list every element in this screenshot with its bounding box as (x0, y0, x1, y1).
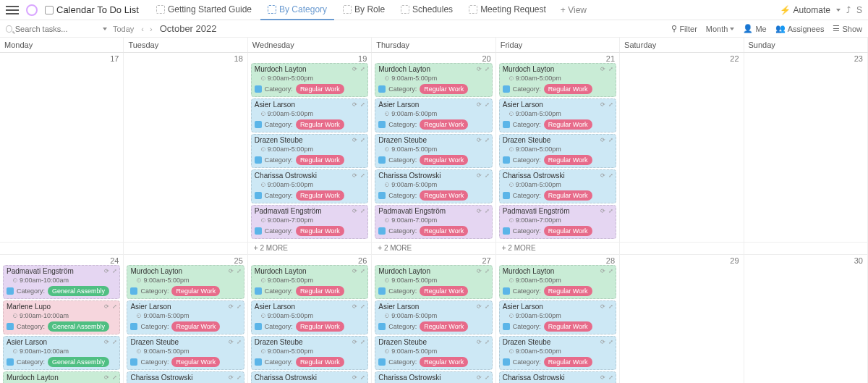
category-pill[interactable]: Regular Work (296, 286, 344, 296)
more-events-button[interactable]: + 2 MORE (373, 243, 493, 253)
category-pill[interactable]: Regular Work (420, 321, 468, 332)
category-pill[interactable]: General Assembly (48, 357, 109, 367)
expand-icon[interactable]: ⤢ (608, 374, 613, 382)
expand-icon[interactable]: ⤢ (360, 136, 365, 145)
today-button[interactable]: Today (113, 25, 134, 33)
calendar-event[interactable]: ⟳⤢Marlene Lupo9:00am-10:00amCategory:Gen… (3, 300, 120, 334)
category-pill[interactable]: Regular Work (544, 190, 592, 201)
calendar-event[interactable]: ⟳⤢Charissa Ostrowski9:00am-5:00pmCategor… (499, 169, 616, 203)
expand-icon[interactable]: ⤢ (608, 303, 613, 311)
calendar-event[interactable]: ⟳⤢Murdoch Layton9:00am-10:00amCategory:G… (3, 371, 120, 383)
expand-icon[interactable]: ⤢ (237, 303, 242, 311)
expand-icon[interactable]: ⤢ (360, 303, 365, 311)
calendar-event[interactable]: ⟳⤢Murdoch Layton9:00am-5:00pmCategory:Re… (375, 265, 492, 299)
tab-by-category[interactable]: By Category (260, 0, 334, 20)
calendar-event[interactable]: ⟳⤢Asier Larson9:00am-5:00pmCategory:Regu… (499, 98, 616, 132)
category-pill[interactable]: Regular Work (544, 155, 592, 165)
category-pill[interactable]: Regular Work (296, 226, 344, 236)
calendar-event[interactable]: ⟳⤢Drazen Steube9:00am-5:00pmCategory:Reg… (127, 336, 244, 370)
expand-icon[interactable]: ⤢ (360, 101, 365, 109)
day-cell[interactable]: 30 (744, 255, 868, 383)
day-cell[interactable]: 25⟳⤢Murdoch Layton9:00am-5:00pmCategory:… (124, 255, 247, 383)
category-pill[interactable]: Regular Work (296, 190, 344, 201)
expand-icon[interactable]: ⤢ (112, 303, 117, 311)
day-cell[interactable]: 17 (0, 53, 124, 242)
expand-icon[interactable]: ⤢ (485, 136, 490, 145)
calendar-event[interactable]: ⟳⤢Murdoch Layton9:00am-5:00pmCategory:Re… (375, 63, 492, 97)
day-cell[interactable]: 27⟳⤢Murdoch Layton9:00am-5:00pmCategory:… (372, 255, 495, 383)
day-cell[interactable]: 19⟳⤢Murdoch Layton9:00am-5:00pmCategory:… (248, 53, 372, 242)
category-pill[interactable]: Regular Work (544, 119, 592, 130)
expand-icon[interactable]: ⤢ (608, 65, 613, 74)
category-pill[interactable]: Regular Work (544, 357, 592, 367)
hamburger-menu-icon[interactable] (6, 6, 19, 14)
calendar-event[interactable]: ⟳⤢Charissa Ostrowski9:00am-5:00pmCategor… (127, 371, 244, 383)
calendar-event[interactable]: ⟳⤢Drazen Steube9:00am-5:00pmCategory:Reg… (251, 134, 368, 168)
calendar-event[interactable]: ⟳⤢Drazen Steube9:00am-5:00pmCategory:Reg… (375, 336, 492, 370)
category-pill[interactable]: Regular Work (171, 286, 220, 296)
category-pill[interactable]: Regular Work (420, 155, 468, 165)
calendar-event[interactable]: ⟳⤢Padmavati Engström9:00am-7:00pmCategor… (251, 205, 368, 239)
expand-icon[interactable]: ⤢ (485, 207, 490, 216)
category-pill[interactable]: Regular Work (420, 357, 468, 367)
category-pill[interactable]: Regular Work (420, 119, 468, 130)
expand-icon[interactable]: ⤢ (485, 172, 490, 180)
calendar-event[interactable]: ⟳⤢Murdoch Layton9:00am-5:00pmCategory:Re… (127, 265, 244, 299)
expand-icon[interactable]: ⤢ (360, 338, 365, 347)
tab-by-role[interactable]: By Role (336, 0, 392, 20)
expand-icon[interactable]: ⤢ (237, 338, 242, 347)
expand-icon[interactable]: ⤢ (608, 267, 613, 276)
category-pill[interactable]: Regular Work (171, 321, 220, 332)
calendar-event[interactable]: ⟳⤢Asier Larson9:00am-5:00pmCategory:Regu… (127, 300, 244, 334)
expand-icon[interactable]: ⤢ (608, 101, 613, 109)
calendar-event[interactable]: ⟳⤢Padmavati Engström9:00am-7:00pmCategor… (499, 205, 616, 239)
day-cell[interactable]: 23 (744, 53, 868, 242)
calendar-event[interactable]: ⟳⤢Murdoch Layton9:00am-5:00pmCategory:Re… (499, 265, 616, 299)
automate-dropdown-icon[interactable] (836, 9, 841, 12)
more-events-button[interactable]: + 2 MORE (498, 243, 618, 253)
search-input-wrap[interactable] (6, 25, 107, 33)
search-input[interactable] (15, 25, 100, 33)
category-pill[interactable]: Regular Work (420, 190, 468, 201)
expand-icon[interactable]: ⤢ (237, 374, 242, 382)
expand-icon[interactable]: ⤢ (360, 374, 365, 382)
show-button[interactable]: ☰Show (833, 24, 862, 33)
calendar-event[interactable]: ⟳⤢Padmavati Engström9:00am-10:00amCatego… (3, 265, 120, 299)
expand-icon[interactable]: ⤢ (485, 338, 490, 347)
search-dropdown-icon[interactable] (103, 28, 107, 30)
calendar-event[interactable]: ⟳⤢Drazen Steube9:00am-5:00pmCategory:Reg… (499, 336, 616, 370)
calendar-event[interactable]: ⟳⤢Asier Larson9:00am-5:00pmCategory:Regu… (375, 98, 492, 132)
add-view-button[interactable]: + View (555, 5, 592, 15)
calendar-event[interactable]: ⟳⤢Drazen Steube9:00am-5:00pmCategory:Reg… (375, 134, 492, 168)
calendar-event[interactable]: ⟳⤢Murdoch Layton9:00am-5:00pmCategory:Re… (499, 63, 616, 97)
expand-icon[interactable]: ⤢ (360, 207, 365, 216)
expand-icon[interactable]: ⤢ (360, 65, 365, 74)
category-pill[interactable]: Regular Work (296, 155, 344, 165)
category-pill[interactable]: Regular Work (544, 84, 592, 94)
category-pill[interactable]: Regular Work (296, 321, 344, 332)
category-pill[interactable]: Regular Work (420, 84, 468, 94)
calendar-event[interactable]: ⟳⤢Drazen Steube9:00am-5:00pmCategory:Reg… (251, 336, 368, 370)
calendar-event[interactable]: ⟳⤢Asier Larson9:00am-10:00amCategory:Gen… (3, 336, 120, 370)
day-cell[interactable]: 28⟳⤢Murdoch Layton9:00am-5:00pmCategory:… (496, 255, 620, 383)
prev-month-button[interactable]: ‹ (140, 25, 145, 33)
tab-schedules[interactable]: Schedules (393, 0, 460, 20)
category-pill[interactable]: General Assembly (48, 321, 109, 332)
day-cell[interactable]: 29 (620, 255, 744, 383)
calendar-event[interactable]: ⟳⤢Charissa Ostrowski9:00am-5:00pmCategor… (375, 169, 492, 203)
calendar-event[interactable]: ⟳⤢Murdoch Layton9:00am-5:00pmCategory:Re… (251, 265, 368, 299)
category-pill[interactable]: General Assembly (48, 286, 109, 296)
day-cell[interactable]: 26⟳⤢Murdoch Layton9:00am-5:00pmCategory:… (248, 255, 372, 383)
calendar-event[interactable]: ⟳⤢Murdoch Layton9:00am-5:00pmCategory:Re… (251, 63, 368, 97)
expand-icon[interactable]: ⤢ (485, 374, 490, 382)
calendar-event[interactable]: ⟳⤢Asier Larson9:00am-5:00pmCategory:Regu… (251, 300, 368, 334)
calendar-event[interactable]: ⟳⤢Padmavati Engström9:00am-7:00pmCategor… (375, 205, 492, 239)
category-pill[interactable]: Regular Work (544, 286, 592, 296)
next-month-button[interactable]: › (148, 25, 154, 33)
me-filter[interactable]: 👤Me (743, 24, 766, 33)
expand-icon[interactable]: ⤢ (485, 65, 490, 74)
day-cell[interactable]: 18 (124, 53, 247, 242)
day-cell[interactable]: 22 (620, 53, 744, 242)
calendar-event[interactable]: ⟳⤢Charissa Ostrowski9:00am-5:00pmCategor… (499, 371, 616, 383)
calendar-event[interactable]: ⟳⤢Charissa Ostrowski9:00am-5:00pmCategor… (375, 371, 492, 383)
